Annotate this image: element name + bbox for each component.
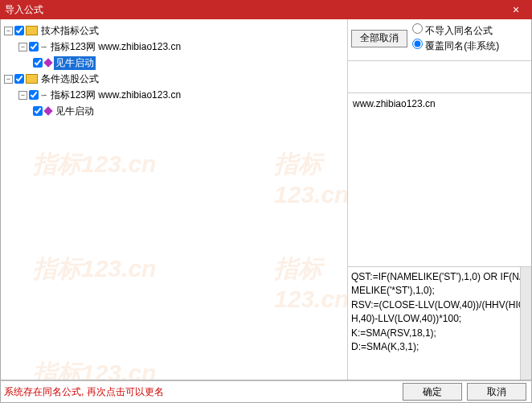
- collapse-icon[interactable]: −: [4, 75, 13, 84]
- options-panel: 全部取消 不导入同名公式 覆盖同名(非系统): [348, 19, 531, 61]
- preview-box: www.zhibiao123.cn: [348, 93, 531, 267]
- code-line: D:=SMA(K,3,1);: [351, 340, 528, 354]
- scrollbar[interactable]: [520, 267, 531, 380]
- collapse-icon[interactable]: −: [4, 27, 13, 35]
- titlebar: 导入公式 ×: [0, 0, 532, 19]
- radio-input[interactable]: [412, 23, 423, 34]
- cancel-button[interactable]: 取消: [467, 383, 526, 401]
- tree-group[interactable]: − ∽ 指标123网 www.zhibiao123.cn: [18, 39, 346, 55]
- tree-checkbox[interactable]: [33, 106, 43, 116]
- status-text: 系统存在同名公式, 再次点击可以更名: [1, 385, 403, 399]
- formula-icon: [43, 106, 52, 115]
- bottom-bar: 系统存在同名公式, 再次点击可以更名 确定 取消: [0, 380, 532, 403]
- tree-checkbox[interactable]: [33, 58, 43, 68]
- tree-panel: 指标123.cn 指标123.cn 指标123.cn 指标123.cn 指标12…: [1, 19, 348, 380]
- ok-button[interactable]: 确定: [403, 383, 462, 401]
- folder-icon: [26, 74, 38, 84]
- formula-icon: [43, 58, 52, 67]
- code-box: QST:=IF(NAMELIKE('ST'),1,0) OR IF(NAMELI…: [348, 267, 531, 380]
- tree-item[interactable]: 见牛启动: [33, 55, 346, 71]
- right-panel: 全部取消 不导入同名公式 覆盖同名(非系统) www.zhibiao123.cn…: [348, 19, 531, 380]
- tree-checkbox[interactable]: [14, 26, 24, 35]
- tree-item[interactable]: 见牛启动: [33, 103, 346, 119]
- tree-checkbox[interactable]: [29, 42, 39, 51]
- spacer: [348, 61, 531, 93]
- radio-overwrite[interactable]: 覆盖同名(非系统): [412, 39, 499, 53]
- tree-category[interactable]: − 条件选股公式: [4, 71, 346, 87]
- tree-label[interactable]: 条件选股公式: [39, 72, 100, 86]
- close-icon[interactable]: ×: [500, 0, 532, 19]
- tree-label[interactable]: 见牛启动: [54, 105, 96, 118]
- window-title: 导入公式: [5, 0, 43, 19]
- tree-label[interactable]: 指标123网 www.zhibiao123.cn: [49, 40, 182, 54]
- code-line: K:=SMA(RSV,18,1);: [351, 327, 528, 340]
- link-icon: ∽: [40, 42, 47, 52]
- watermark: 指标123.cn: [33, 148, 156, 181]
- code-line: QST:=IF(NAMELIKE('ST'),1,0) OR IF(NAMELI…: [351, 270, 528, 298]
- formula-tree: − 技术指标公式 − ∽ 指标123网 www.zhibiao123.cn: [2, 23, 346, 119]
- link-icon: ∽: [40, 90, 47, 101]
- watermark: 指标123.cn: [274, 253, 348, 313]
- folder-icon: [26, 26, 38, 35]
- tree-category[interactable]: − 技术指标公式: [4, 23, 346, 39]
- tree-group[interactable]: − ∽ 指标123网 www.zhibiao123.cn: [18, 87, 346, 103]
- tree-label[interactable]: 见牛启动: [54, 56, 96, 70]
- content-area: 指标123.cn 指标123.cn 指标123.cn 指标123.cn 指标12…: [0, 19, 532, 380]
- collapse-icon[interactable]: −: [18, 43, 27, 51]
- tree-label[interactable]: 技术指标公式: [39, 24, 100, 38]
- cancel-all-button[interactable]: 全部取消: [351, 30, 407, 47]
- watermark: 指标123.cn: [33, 253, 156, 286]
- watermark: 指标123.cn: [33, 357, 156, 380]
- tree-checkbox[interactable]: [29, 90, 39, 100]
- collapse-icon[interactable]: −: [18, 91, 27, 100]
- tree-label[interactable]: 指标123网 www.zhibiao123.cn: [49, 88, 182, 102]
- radio-input[interactable]: [412, 39, 423, 49]
- code-line: RSV:=(CLOSE-LLV(LOW,40))/(HHV(HIGH,40)-L…: [351, 298, 528, 327]
- watermark: 指标123.cn: [274, 148, 348, 208]
- radio-skip-same[interactable]: 不导入同名公式: [412, 23, 499, 38]
- preview-text: www.zhibiao123.cn: [353, 98, 436, 109]
- tree-checkbox[interactable]: [14, 74, 24, 84]
